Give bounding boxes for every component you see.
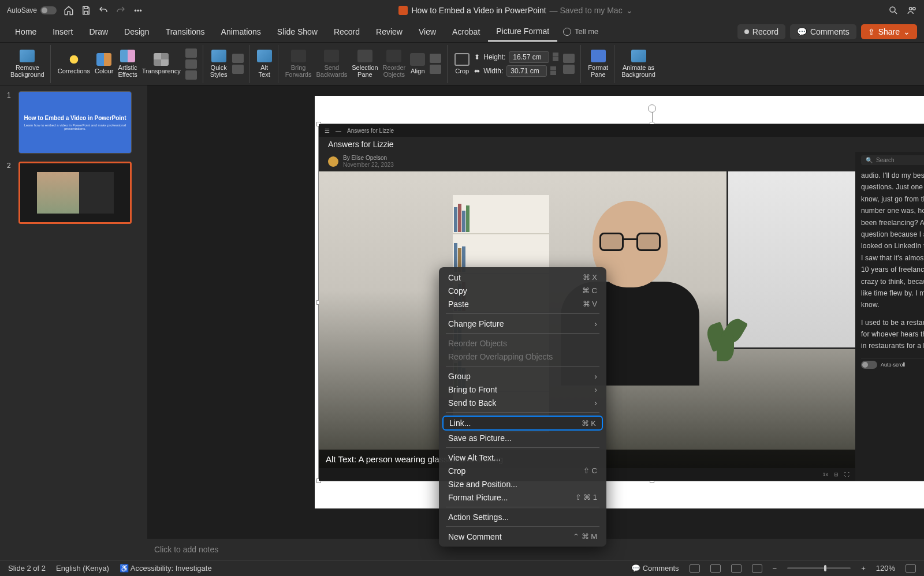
alt-text-button[interactable]: Alt Text xyxy=(257,50,272,78)
animate-bg-button[interactable]: Animate as Background xyxy=(621,50,655,78)
artistic-icon xyxy=(120,50,135,62)
slideshow-view-icon[interactable] xyxy=(752,564,762,573)
height-stepper[interactable] xyxy=(553,53,558,61)
sorter-view-icon[interactable] xyxy=(710,564,721,573)
width-input[interactable] xyxy=(506,65,547,77)
corrections-button[interactable]: Corrections xyxy=(58,53,90,74)
ctx-action-settings[interactable]: Action Settings... xyxy=(439,510,606,523)
zoom-level[interactable]: 120% xyxy=(876,564,895,573)
tab-home[interactable]: Home xyxy=(7,23,44,41)
compress-button[interactable] xyxy=(185,48,197,58)
ctx-crop[interactable]: Crop⇧ C xyxy=(439,464,606,477)
artistic-effects-button[interactable]: Artistic Effects xyxy=(118,50,137,78)
rotation-handle[interactable] xyxy=(648,104,656,113)
tell-me[interactable]: Tell me xyxy=(557,27,604,36)
zoom-out[interactable]: − xyxy=(773,564,777,573)
reading-view-icon[interactable] xyxy=(731,564,742,573)
slide-thumbnail-1[interactable]: How to Embed a Video in PowerPoint Learn… xyxy=(18,91,132,154)
width-stepper[interactable] xyxy=(550,66,556,75)
selection-pane-button[interactable]: Selection Pane xyxy=(352,50,378,78)
record-dot-icon xyxy=(744,29,749,34)
ctx-cut[interactable]: Cut⌘ X xyxy=(439,271,606,284)
ctx-new-comment[interactable]: New Comment⌃ ⌘ M xyxy=(439,530,606,543)
home-icon[interactable] xyxy=(64,5,74,16)
ctx-paste[interactable]: Paste⌘ V xyxy=(439,297,606,311)
change-picture-button[interactable] xyxy=(185,59,197,69)
format-pane-button[interactable]: Format Pane xyxy=(588,50,608,78)
save-icon[interactable] xyxy=(81,5,91,16)
animate-bg-icon xyxy=(631,50,646,62)
search-icon[interactable] xyxy=(888,5,899,16)
height-input[interactable] xyxy=(509,51,549,63)
svg-point-0 xyxy=(890,7,895,12)
record-button[interactable]: Record xyxy=(737,24,785,39)
ctx-send-to-back[interactable]: Send to Back› xyxy=(439,396,606,409)
bring-forwards-button[interactable]: Bring Forwards xyxy=(285,50,312,78)
comments-button[interactable]: 💬 Comments xyxy=(631,564,679,573)
colour-icon xyxy=(96,53,111,66)
remove-background-button[interactable]: Remove Background xyxy=(10,50,44,78)
ctx-bring-to-front[interactable]: Bring to Front› xyxy=(439,383,606,396)
send-backwards-button[interactable]: Send Backwards xyxy=(316,50,347,78)
normal-view-icon[interactable] xyxy=(690,564,700,573)
rotate-button[interactable] xyxy=(430,65,441,74)
tab-view[interactable]: View xyxy=(411,23,444,41)
slide-indicator[interactable]: Slide 2 of 2 xyxy=(8,564,46,573)
zoom-slider[interactable] xyxy=(787,567,851,569)
tab-draw[interactable]: Draw xyxy=(81,23,116,41)
crop-button[interactable]: Crop xyxy=(454,53,470,74)
slide-panel: 1 How to Embed a Video in PowerPoint Lea… xyxy=(0,85,147,560)
remove-bg-icon xyxy=(20,50,35,62)
tab-insert[interactable]: Insert xyxy=(44,23,81,41)
lock-aspect-button[interactable] xyxy=(563,54,575,63)
ctx-view-alt-text[interactable]: View Alt Text... xyxy=(439,451,606,464)
transparency-button[interactable]: Transparency xyxy=(142,53,181,74)
quick-styles-button[interactable]: Quick Styles xyxy=(210,50,228,78)
tab-picture-format[interactable]: Picture Format xyxy=(488,22,557,42)
tab-review[interactable]: Review xyxy=(368,23,411,41)
transcript-search: 🔍Search» xyxy=(861,155,924,165)
tab-design[interactable]: Design xyxy=(116,23,158,41)
height-label: Height: xyxy=(483,53,505,61)
comments-button[interactable]: 💬Comments xyxy=(790,24,856,39)
tab-animations[interactable]: Animations xyxy=(213,23,269,41)
undo-icon[interactable] xyxy=(98,5,109,16)
more-icon[interactable]: ••• xyxy=(133,5,143,16)
share-button[interactable]: ⇪Share⌄ xyxy=(861,24,917,39)
picture-border-button[interactable] xyxy=(232,54,244,63)
ctx-group[interactable]: Group› xyxy=(439,369,606,383)
accessibility-button[interactable]: ♿ Accessibility: Investigate xyxy=(120,564,212,573)
tab-record[interactable]: Record xyxy=(326,23,368,41)
transparency-icon xyxy=(154,53,169,66)
zoom-in[interactable]: + xyxy=(861,564,866,573)
colour-button[interactable]: Colour xyxy=(95,53,113,74)
autosave-toggle[interactable]: AutoSave xyxy=(7,6,57,14)
picture-effects-button[interactable] xyxy=(232,65,244,74)
tab-transitions[interactable]: Transitions xyxy=(158,23,213,41)
ctx-size-position[interactable]: Size and Position... xyxy=(439,477,606,491)
reorder-objects-button[interactable]: Reorder Objects xyxy=(383,50,406,78)
fit-to-window-icon[interactable] xyxy=(906,564,916,573)
transcript-text: audio. I'll do my best to answer your qu… xyxy=(861,170,924,311)
ctx-change-picture[interactable]: Change Picture› xyxy=(439,317,606,330)
video-header-title: Answers for Lizzie xyxy=(347,128,394,134)
redo-icon[interactable] xyxy=(116,5,126,16)
collab-icon[interactable] xyxy=(907,5,917,16)
tab-slideshow[interactable]: Slide Show xyxy=(269,23,326,41)
group-button[interactable] xyxy=(430,54,441,63)
ctx-format-picture[interactable]: Format Picture...⇧ ⌘ 1 xyxy=(439,491,606,504)
svg-point-2 xyxy=(913,8,916,10)
selected-picture[interactable]: ☰ — Answers for Lizzie EO Answers for Li… xyxy=(318,124,924,481)
search-icon: 🔍 xyxy=(866,157,873,163)
author-avatar xyxy=(328,156,338,167)
slide-thumbnail-2[interactable] xyxy=(18,162,132,224)
tab-acrobat[interactable]: Acrobat xyxy=(444,23,488,41)
reset-size-button[interactable] xyxy=(563,65,575,74)
ctx-copy[interactable]: Copy⌘ C xyxy=(439,284,606,297)
language-indicator[interactable]: English (Kenya) xyxy=(56,564,109,573)
ctx-save-as-picture[interactable]: Save as Picture... xyxy=(439,431,606,444)
reset-picture-button[interactable] xyxy=(185,70,197,80)
embedded-video-app: ☰ — Answers for Lizzie EO Answers for Li… xyxy=(319,124,924,481)
ctx-link[interactable]: Link...⌘ K xyxy=(442,416,603,431)
align-button[interactable]: Align xyxy=(410,53,425,74)
